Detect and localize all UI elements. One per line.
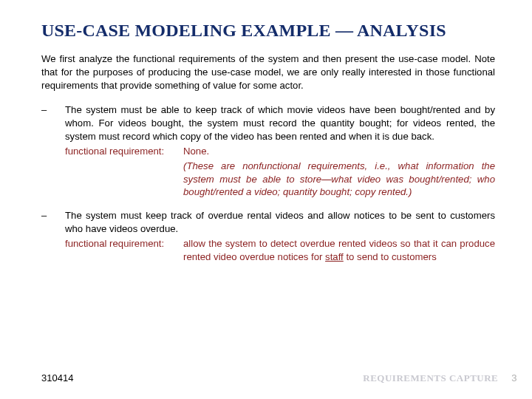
bullet-body: The system must keep track of overdue re… bbox=[65, 209, 495, 263]
footer-left: 310414 bbox=[41, 372, 73, 383]
fr-label: functional requirement: bbox=[65, 145, 183, 158]
bullet-body: The system must be able to keep track of… bbox=[65, 103, 495, 199]
slide: USE-CASE MODELING EXAMPLE — ANALYSIS We … bbox=[0, 0, 532, 399]
fr-value-plain: None. bbox=[183, 146, 209, 157]
fr-label: functional requirement: bbox=[65, 237, 183, 264]
fr-value: allow the system to detect overdue rente… bbox=[183, 237, 495, 264]
bullet-text: The system must keep track of overdue re… bbox=[65, 210, 495, 234]
page-number: 3 bbox=[511, 372, 517, 383]
list-item: – The system must be able to keep track … bbox=[41, 103, 495, 199]
bullet-text: The system must be able to keep track of… bbox=[65, 104, 495, 142]
functional-requirement-row: functional requirement: allow the system… bbox=[65, 237, 495, 264]
fr-underline: staff bbox=[325, 251, 344, 262]
fr-value: None. bbox=[183, 145, 495, 158]
slide-title: USE-CASE MODELING EXAMPLE — ANALYSIS bbox=[41, 21, 495, 41]
bullet-dash-icon: – bbox=[41, 209, 65, 263]
bullet-dash-icon: – bbox=[41, 103, 65, 199]
footer-right: REQUIREMENTS CAPTURE 3 bbox=[363, 372, 517, 384]
functional-requirement-row: functional requirement: None. bbox=[65, 145, 495, 158]
fr-post: to send to customers bbox=[344, 251, 437, 262]
bullet-list: – The system must be able to keep track … bbox=[41, 103, 495, 263]
fr-label-spacer bbox=[65, 160, 183, 199]
intro-paragraph: We first analyze the functional requirem… bbox=[41, 52, 495, 92]
fr-value-italic: (These are nonfunctional requirements, i… bbox=[183, 160, 495, 199]
footer-caption: REQUIREMENTS CAPTURE bbox=[363, 372, 498, 384]
list-item: – The system must keep track of overdue … bbox=[41, 209, 495, 263]
footer: 310414 REQUIREMENTS CAPTURE 3 bbox=[41, 372, 517, 384]
functional-requirement-note: (These are nonfunctional requirements, i… bbox=[65, 160, 495, 199]
